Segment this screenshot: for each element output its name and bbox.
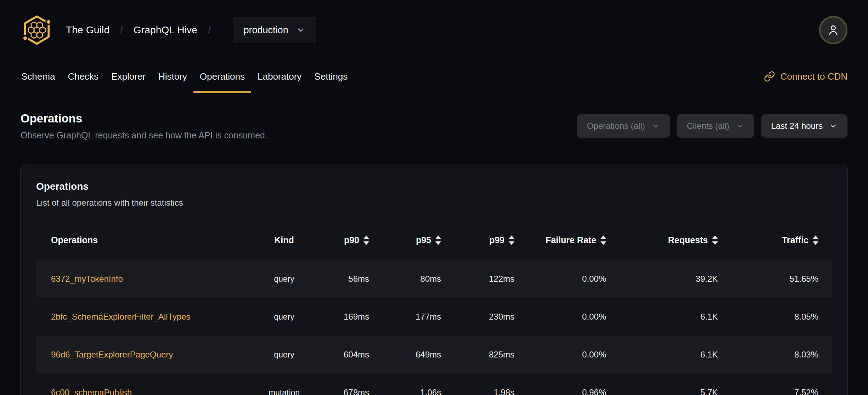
tab-label: Schema	[21, 71, 55, 82]
sort-arrows-icon	[509, 235, 514, 245]
period-filter-dropdown[interactable]: Last 24 hours	[761, 114, 847, 138]
operation-link[interactable]: 6372_myTokenInfo	[51, 274, 123, 284]
cell-failure_rate: 0.00%	[514, 274, 606, 284]
sort-desc-icon	[363, 241, 369, 245]
column-header-label: Traffic	[782, 235, 808, 245]
tab-label: Laboratory	[258, 71, 301, 82]
cell-traffic: 8.05%	[718, 312, 833, 322]
column-header-p99[interactable]: p99	[441, 235, 514, 245]
column-header-label: Operations	[51, 235, 98, 245]
tab-checks[interactable]: Checks	[61, 60, 105, 93]
column-header-failure_rate[interactable]: Failure Rate	[514, 235, 606, 245]
hive-logo-icon	[21, 14, 53, 46]
connect-to-cdn-link[interactable]: Connect to CDN	[764, 60, 847, 93]
tab-settings[interactable]: Settings	[308, 60, 354, 93]
sort-asc-icon	[601, 235, 606, 239]
connect-to-cdn-label: Connect to CDN	[780, 71, 847, 82]
period-filter-label: Last 24 hours	[771, 121, 823, 131]
top-bar: The Guild / GraphQL Hive / production	[0, 0, 868, 60]
tab-laboratory[interactable]: Laboratory	[251, 60, 308, 93]
column-header-operation: Operations	[36, 235, 245, 245]
column-header-label: p90	[344, 235, 359, 245]
cell-p99: 122ms	[441, 274, 514, 284]
sort-arrows-icon	[712, 235, 718, 245]
card-title: Operations	[36, 181, 832, 193]
sort-asc-icon	[435, 235, 441, 239]
chevron-down-icon	[829, 122, 838, 130]
column-header-p90[interactable]: p90	[323, 235, 369, 245]
breadcrumb-org[interactable]: The Guild	[66, 24, 109, 36]
target-selector-dropdown[interactable]: production	[233, 17, 316, 43]
filter-bar: Operations (all) Clients (all) Last 24 h…	[577, 114, 847, 138]
column-header-label: p95	[416, 235, 431, 245]
sort-arrows-icon	[363, 235, 369, 245]
chevron-down-icon	[652, 122, 660, 130]
operation-link[interactable]: 6c00_schemaPublish	[51, 388, 132, 395]
cell-requests: 5.7K	[606, 388, 718, 395]
sort-arrows-icon	[601, 235, 606, 245]
tab-history[interactable]: History	[152, 60, 193, 93]
user-icon	[826, 23, 840, 37]
tab-operations[interactable]: Operations	[193, 60, 251, 93]
clients-filter-dropdown[interactable]: Clients (all)	[677, 114, 754, 138]
cell-p95: 80ms	[369, 274, 441, 284]
sort-arrows-icon	[435, 235, 441, 245]
tab-label: Explorer	[111, 71, 146, 82]
clients-filter-label: Clients (all)	[687, 121, 729, 131]
cell-p90: 678ms	[323, 388, 369, 395]
column-header-requests[interactable]: Requests	[606, 235, 718, 245]
table-row: 6372_myTokenInfoquery56ms80ms122ms0.00%3…	[36, 261, 832, 297]
operations-card: Operations List of all operations with t…	[20, 164, 848, 395]
sort-asc-icon	[509, 235, 514, 239]
operations-filter-dropdown[interactable]: Operations (all)	[577, 114, 670, 138]
sort-asc-icon	[363, 235, 369, 239]
cell-operation: 6372_myTokenInfo	[36, 274, 245, 284]
column-header-label: Requests	[668, 235, 708, 245]
cell-kind: mutation	[245, 388, 323, 395]
tab-label: History	[158, 71, 187, 82]
operations-filter-label: Operations (all)	[587, 121, 645, 131]
column-header-p95[interactable]: p95	[369, 235, 441, 245]
sort-desc-icon	[509, 241, 514, 245]
cell-p90: 169ms	[323, 312, 369, 322]
cell-requests: 6.1K	[606, 312, 718, 322]
cell-traffic: 7.52%	[718, 388, 833, 395]
breadcrumb-project[interactable]: GraphQL Hive	[134, 24, 197, 36]
cell-kind: query	[245, 312, 323, 322]
cell-p95: 177ms	[369, 312, 441, 322]
cell-kind: query	[245, 274, 323, 284]
operation-link[interactable]: 2bfc_SchemaExplorerFilter_AllTypes	[51, 312, 191, 322]
table-header-row: OperationsKindp90p95p99Failure RateReque…	[36, 222, 832, 258]
cell-operation: 96d6_TargetExplorerPageQuery	[36, 350, 245, 360]
tab-explorer[interactable]: Explorer	[105, 60, 152, 93]
tab-schema[interactable]: Schema	[15, 60, 61, 93]
column-header-label: Failure Rate	[546, 235, 596, 245]
cell-operation: 6c00_schemaPublish	[36, 388, 245, 395]
column-header-traffic[interactable]: Traffic	[718, 235, 833, 245]
cell-p99: 1.98s	[441, 388, 514, 395]
tab-label: Operations	[200, 71, 245, 82]
table-row: 2bfc_SchemaExplorerFilter_AllTypesquery1…	[36, 298, 832, 335]
column-header-label: p99	[489, 235, 505, 245]
sort-arrows-icon	[813, 235, 818, 245]
column-header-label: Kind	[274, 235, 294, 245]
cell-p90: 604ms	[323, 350, 369, 360]
sort-desc-icon	[813, 241, 818, 245]
cell-p99: 825ms	[441, 350, 514, 360]
breadcrumb-separator: /	[208, 25, 211, 36]
cell-traffic: 51.65%	[718, 274, 833, 284]
user-avatar[interactable]	[819, 16, 847, 44]
cell-p95: 649ms	[369, 350, 441, 360]
page-header: Operations Observe GraphQL requests and …	[0, 111, 868, 141]
chevron-down-icon	[736, 122, 744, 130]
link-icon	[764, 71, 775, 82]
tab-label: Checks	[68, 71, 98, 82]
table-row: 6c00_schemaPublishmutation678ms1.06s1.98…	[36, 374, 832, 395]
target-selector-value: production	[244, 25, 288, 36]
sort-desc-icon	[712, 241, 718, 245]
operation-link[interactable]: 96d6_TargetExplorerPageQuery	[51, 350, 173, 360]
operations-table: OperationsKindp90p95p99Failure RateReque…	[36, 222, 832, 395]
table-row: 96d6_TargetExplorerPageQueryquery604ms64…	[36, 336, 832, 373]
cell-kind: query	[245, 350, 323, 360]
chevron-down-icon	[296, 25, 305, 35]
